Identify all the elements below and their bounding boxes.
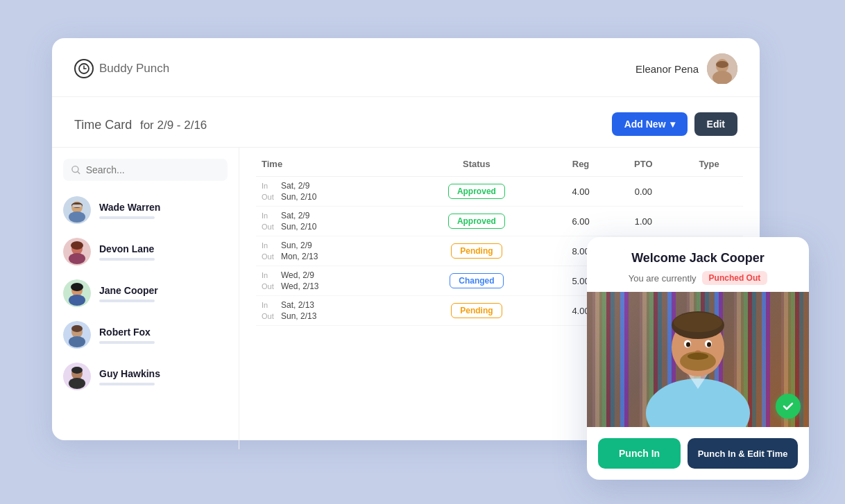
header-user-name: Eleanor Pena — [635, 63, 699, 75]
welcome-header: Welcome Jack Cooper You are currently Pu… — [587, 237, 809, 292]
status-cell: Pending — [403, 296, 549, 326]
svg-point-29 — [71, 367, 83, 374]
status-cell: Approved — [403, 177, 549, 207]
table-row: InSat, 2/9 OutSun, 2/10 Approved 6.00 1.… — [256, 207, 743, 236]
avatar — [63, 238, 91, 266]
employee-name: Wade Warren — [99, 202, 160, 213]
type-cell — [675, 177, 743, 207]
logo-text: Buddy Punch — [99, 62, 169, 76]
search-input[interactable] — [86, 164, 219, 175]
currently-text: You are currently — [629, 273, 697, 284]
punch-in-edit-button[interactable]: Punch In & Edit Time — [688, 438, 798, 469]
user-area: Eleanor Pena — [635, 53, 737, 84]
avatar — [63, 279, 91, 307]
employee-name: Robert Fox — [99, 327, 155, 338]
app-header: Buddy Punch Eleanor Pena — [52, 38, 760, 97]
punch-in-button[interactable]: Punch In — [598, 438, 681, 469]
progress-bar — [99, 216, 155, 219]
sidebar-item-guy[interactable]: Guy Hawkins — [52, 356, 239, 397]
col-pto: PTO — [612, 148, 676, 177]
search-box[interactable] — [63, 159, 228, 181]
status-cell: Pending — [403, 236, 549, 266]
type-cell — [675, 207, 743, 236]
logo: Buddy Punch — [74, 59, 169, 78]
welcome-status-row: You are currently Punched Out — [604, 271, 792, 285]
logo-icon — [74, 59, 94, 78]
svg-point-17 — [71, 241, 83, 250]
employee-name: Guy Hawkins — [99, 368, 160, 379]
sidebar-item-devon[interactable]: Devon Lane — [52, 231, 239, 272]
status-badge: Pending — [451, 243, 502, 259]
person-illustration — [597, 292, 799, 427]
col-time: Time — [256, 148, 403, 177]
time-cell: InWed, 2/9 OutWed, 2/13 — [256, 266, 403, 296]
avatar — [63, 321, 91, 349]
col-type: Type — [675, 148, 743, 177]
svg-point-11 — [69, 211, 85, 223]
avatar — [63, 363, 91, 390]
svg-rect-13 — [72, 205, 82, 207]
time-cell: InSun, 2/9 OutMon, 2/13 — [256, 236, 403, 266]
svg-point-25 — [71, 325, 83, 332]
search-icon — [71, 165, 80, 175]
progress-bar — [99, 341, 155, 344]
svg-point-6 — [716, 61, 728, 68]
progress-bar — [99, 258, 155, 261]
action-buttons: Add New ▾ Edit — [612, 112, 737, 136]
reg-cell: 4.00 — [550, 177, 612, 207]
timecard-title: Time Card for 2/9 - 2/16 — [74, 116, 207, 132]
progress-bar — [99, 383, 155, 385]
welcome-title: Welcome Jack Cooper — [604, 251, 792, 266]
svg-point-28 — [69, 378, 85, 389]
sidebar-item-robert[interactable]: Robert Fox — [52, 314, 239, 356]
status-badge: Pending — [451, 303, 502, 318]
pto-cell: 0.00 — [612, 177, 676, 207]
reg-cell: 6.00 — [550, 207, 612, 236]
status-badge: Approved — [448, 214, 505, 229]
status-badge: Approved — [448, 184, 505, 199]
edit-button[interactable]: Edit — [694, 112, 737, 136]
add-new-button[interactable]: Add New ▾ — [612, 112, 688, 136]
avatar — [63, 196, 91, 224]
status-cell: Approved — [403, 207, 549, 236]
status-badge: Changed — [450, 273, 503, 288]
svg-line-8 — [78, 172, 80, 174]
svg-point-21 — [71, 283, 83, 291]
sidebar-item-wade[interactable]: Wade Warren — [52, 189, 239, 231]
svg-point-41 — [688, 353, 708, 360]
svg-point-16 — [69, 253, 85, 264]
time-cell: InSat, 2/9 OutSun, 2/10 — [256, 207, 403, 236]
svg-point-34 — [674, 313, 722, 332]
checkmark-icon — [776, 394, 801, 419]
col-status: Status — [403, 148, 549, 177]
welcome-card: Welcome Jack Cooper You are currently Pu… — [587, 237, 809, 480]
progress-bar — [99, 299, 155, 302]
time-cell: InSat, 2/13 OutSun, 2/13 — [256, 296, 403, 326]
table-row: InSat, 2/9 OutSun, 2/10 Approved 4.00 0.… — [256, 177, 743, 207]
employee-name: Devon Lane — [99, 243, 155, 254]
col-reg: Reg — [550, 148, 612, 177]
avatar — [707, 53, 737, 84]
pto-cell: 1.00 — [612, 207, 676, 236]
employee-sidebar: Wade Warren Devon Lane — [52, 148, 239, 449]
welcome-photo — [587, 292, 809, 427]
punched-out-badge: Punched Out — [702, 271, 768, 285]
svg-point-24 — [69, 336, 85, 347]
svg-point-38 — [707, 342, 711, 347]
sidebar-item-jane[interactable]: Jane Cooper — [52, 272, 239, 314]
svg-point-20 — [69, 295, 85, 306]
time-cell: InSat, 2/9 OutSun, 2/10 — [256, 177, 403, 207]
svg-point-37 — [686, 342, 690, 347]
welcome-actions: Punch In Punch In & Edit Time — [587, 427, 809, 480]
employee-name: Jane Cooper — [99, 285, 158, 296]
status-cell: Changed — [403, 266, 549, 296]
timecard-header: Time Card for 2/9 - 2/16 Add New ▾ Edit — [52, 97, 760, 148]
